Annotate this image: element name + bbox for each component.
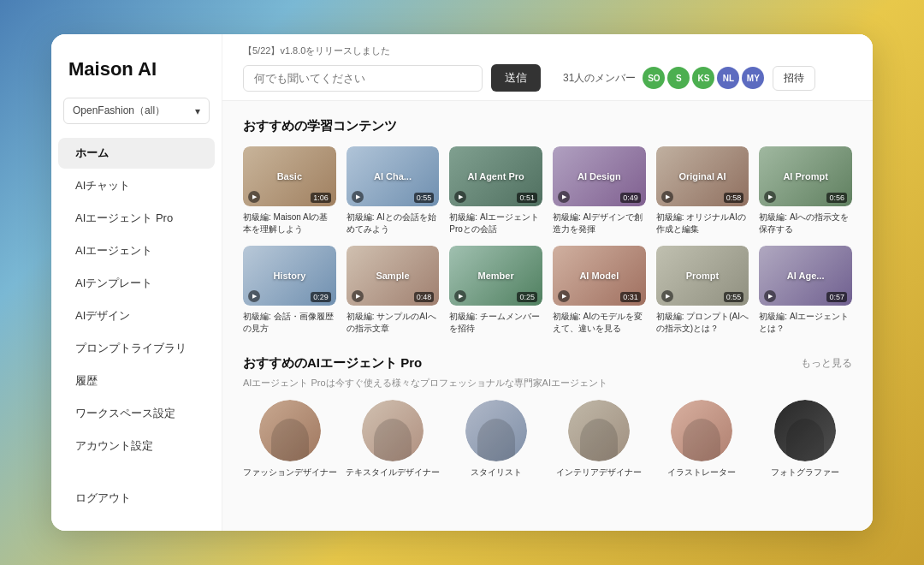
- sidebar-item-ai-design[interactable]: AIデザイン: [58, 300, 215, 331]
- video-duration-ai-agent: 0:51: [517, 193, 537, 203]
- sidebar-item-ai-chat[interactable]: AIチャット: [58, 170, 215, 201]
- sidebar-item-ai-agent-pro[interactable]: AIエージェント Pro: [58, 203, 215, 234]
- play-icon: [661, 191, 673, 203]
- app-logo: Maison AI: [51, 58, 222, 98]
- agent-card-photographer[interactable]: フォトグラファー: [758, 400, 852, 479]
- logout-item[interactable]: ログアウト: [58, 483, 215, 514]
- agent-name-textile: テキスタイルデザイナー: [346, 467, 440, 479]
- agent-card-stylist[interactable]: スタイリスト: [449, 400, 543, 479]
- agent-name-illustrator: イラストレーター: [667, 467, 736, 479]
- video-desc-ai-prompt: 初級編: AIへの指示文を保存する: [759, 211, 852, 235]
- sidebar-item-history[interactable]: 履歴: [58, 366, 215, 396]
- video-desc-sample: 初級編: サンプルのAIへの指示文章: [346, 311, 440, 335]
- video-label-basic: Basic: [277, 171, 302, 181]
- video-card-ai-prompt[interactable]: AI Prompt0:56初級編: AIへの指示文を保存する: [759, 146, 852, 235]
- video-duration-sample: 0:48: [414, 292, 435, 302]
- agent-card-illustrator[interactable]: イラストレーター: [654, 400, 749, 479]
- video-duration-prompt: 0:55: [724, 292, 744, 302]
- video-label-ai-design: AI Design: [578, 171, 621, 181]
- more-link[interactable]: もっと見る: [801, 356, 852, 371]
- video-label-ai-prompt: AI Prompt: [783, 171, 828, 181]
- content-area: おすすめの学習コンテンツ Basic1:06初級編: Maison AIの基本を…: [222, 101, 873, 496]
- avatar-group: SOSKSNLMY: [643, 67, 764, 89]
- video-card-basic[interactable]: Basic1:06初級編: Maison AIの基本を理解しよう: [243, 146, 336, 235]
- video-desc-prompt: 初級編: プロンプト(AIへの指示文)とは？: [656, 311, 749, 335]
- video-label-prompt: Prompt: [686, 271, 720, 281]
- video-label-sample: Sample: [376, 271, 409, 281]
- video-card-prompt[interactable]: Prompt0:55初級編: プロンプト(AIへの指示文)とは？: [656, 246, 749, 335]
- sidebar-item-ai-template[interactable]: AIテンプレート: [58, 268, 215, 299]
- avatar-s: S: [667, 67, 690, 89]
- video-desc-original-ai: 初級編: オリジナルAIの作成と編集: [656, 211, 749, 235]
- video-duration-member: 0:25: [517, 292, 537, 302]
- workspace-dropdown[interactable]: OpenFashion（all） ▾: [63, 98, 210, 124]
- sidebar-item-home[interactable]: ホーム: [58, 138, 215, 169]
- member-section: 31人のメンバー SOSKSNLMY: [563, 67, 764, 89]
- video-duration-ai-age: 0:57: [826, 292, 847, 302]
- search-button[interactable]: 送信: [491, 64, 541, 92]
- video-card-ai-chat[interactable]: AI Cha...0:55初級編: AIとの会話を始めてみよう: [346, 146, 440, 235]
- agent-subtitle: AIエージェント Proは今すぐ使える様々なプロフェッショナルな専門家AIエージ…: [243, 377, 852, 390]
- video-card-history[interactable]: History0:29初級編: 会話・画像履歴の見方: [243, 246, 336, 335]
- agent-avatar-photographer: [774, 400, 836, 461]
- video-desc-ai-model: 初級編: AIのモデルを変えて、違いを見る: [553, 311, 646, 335]
- video-label-member: Member: [478, 271, 514, 281]
- top-bar: 【5/22】v1.8.0をリリースしました 送信 31人のメンバー SOSKSN…: [222, 34, 873, 101]
- sidebar: Maison AI OpenFashion（all） ▾ ホームAIチャットAI…: [51, 34, 222, 531]
- video-label-ai-age: AI Age...: [787, 271, 825, 281]
- agent-avatar-stylist: [465, 400, 527, 461]
- search-input[interactable]: [243, 65, 483, 92]
- sidebar-item-prompt-library[interactable]: プロンプトライブラリ: [58, 333, 215, 364]
- video-card-ai-age[interactable]: AI Age...0:57初級編: AIエージェントとは？: [759, 246, 852, 335]
- agent-grid: ファッションデザイナーテキスタイルデザイナースタイリストインテリアデザイナーイラ…: [243, 400, 852, 479]
- video-card-sample[interactable]: Sample0:48初級編: サンプルのAIへの指示文章: [346, 246, 440, 335]
- video-duration-ai-prompt: 0:56: [826, 193, 847, 203]
- workspace-dropdown-label: OpenFashion（all）: [73, 104, 165, 118]
- agent-section-title: おすすめのAIエージェント Pro: [243, 355, 422, 372]
- video-desc-ai-age: 初級編: AIエージェントとは？: [759, 311, 852, 335]
- learning-section-title: おすすめの学習コンテンツ: [243, 118, 852, 134]
- agent-name-photographer: フォトグラファー: [771, 467, 839, 479]
- play-icon: [352, 191, 364, 203]
- video-duration-original-ai: 0:58: [724, 193, 744, 203]
- video-card-original-ai[interactable]: Original AI0:58初級編: オリジナルAIの作成と編集: [656, 146, 749, 235]
- main-content: 【5/22】v1.8.0をリリースしました 送信 31人のメンバー SOSKSN…: [222, 34, 873, 531]
- video-card-ai-design[interactable]: AI Design0:49初級編: AIデザインで創造力を発揮: [553, 146, 646, 235]
- video-card-member[interactable]: Member0:25初級編: チームメンバーを招待: [449, 246, 542, 335]
- video-desc-ai-agent: 初級編: AIエージェントProとの会話: [449, 211, 542, 235]
- sidebar-nav: ホームAIチャットAIエージェント ProAIエージェントAIテンプレートAIデ…: [51, 138, 222, 483]
- agent-name-interior: インテリアデザイナー: [556, 467, 642, 479]
- video-label-ai-model: AI Model: [579, 271, 619, 281]
- agent-card-fashion[interactable]: ファッションデザイナー: [243, 400, 337, 479]
- sidebar-item-workspace-settings[interactable]: ワークスペース設定: [58, 398, 215, 429]
- agent-name-stylist: スタイリスト: [471, 467, 522, 479]
- video-grid: Basic1:06初級編: Maison AIの基本を理解しようAI Cha..…: [243, 146, 852, 335]
- invite-button[interactable]: 招待: [773, 66, 815, 91]
- agent-avatar-fashion: [259, 400, 321, 461]
- play-icon: [661, 290, 673, 302]
- sidebar-item-ai-agent[interactable]: AIエージェント: [58, 235, 215, 266]
- app-container: Maison AI OpenFashion（all） ▾ ホームAIチャットAI…: [51, 34, 873, 531]
- agent-card-textile[interactable]: テキスタイルデザイナー: [346, 400, 440, 479]
- play-icon: [352, 290, 364, 302]
- agent-header: おすすめのAIエージェント Pro もっと見る: [243, 355, 852, 372]
- avatar-nl: NL: [717, 67, 739, 89]
- search-row: 送信 31人のメンバー SOSKSNLMY 招待: [243, 64, 852, 92]
- video-duration-ai-model: 0:31: [620, 292, 641, 302]
- video-card-ai-model[interactable]: AI Model0:31初級編: AIのモデルを変えて、違いを見る: [553, 246, 646, 335]
- video-card-ai-agent[interactable]: AI Agent Pro0:51初級編: AIエージェントProとの会話: [449, 146, 542, 235]
- video-label-history: History: [273, 271, 305, 281]
- agent-avatar-textile: [362, 400, 424, 461]
- sidebar-item-account-settings[interactable]: アカウント設定: [58, 431, 215, 461]
- agent-avatar-illustrator: [671, 400, 732, 461]
- video-desc-ai-design: 初級編: AIデザインで創造力を発揮: [553, 211, 646, 235]
- play-icon: [558, 290, 570, 302]
- video-duration-history: 0:29: [311, 292, 331, 302]
- video-desc-member: 初級編: チームメンバーを招待: [449, 311, 542, 335]
- video-duration-ai-chat: 0:55: [414, 193, 435, 203]
- avatar-my: MY: [742, 67, 764, 89]
- video-label-ai-chat: AI Cha...: [374, 171, 412, 181]
- agent-card-interior[interactable]: インテリアデザイナー: [552, 400, 646, 479]
- member-count: 31人のメンバー: [563, 71, 636, 86]
- chevron-down-icon: ▾: [195, 105, 200, 117]
